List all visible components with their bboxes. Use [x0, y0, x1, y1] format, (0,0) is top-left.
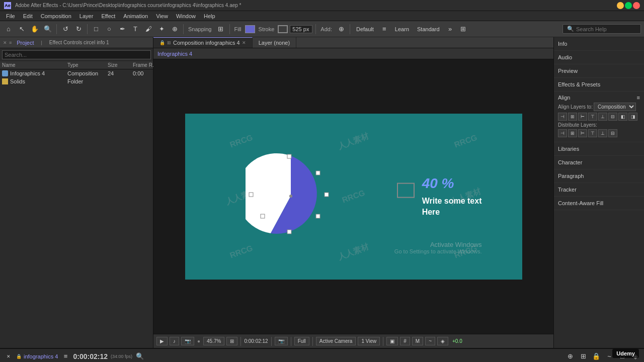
comp-tab-active[interactable]: 🔒 ⊞ Composition infographics 4 ✕: [153, 37, 253, 48]
align-center-v-btn[interactable]: ⊥: [598, 113, 607, 121]
close-button[interactable]: [633, 2, 640, 9]
info-section-content-aware[interactable]: Content-Aware Fill: [554, 197, 644, 210]
default-options-btn[interactable]: ≡: [379, 24, 390, 35]
puppet-tool[interactable]: ⊕: [169, 24, 180, 35]
stroke-value[interactable]: 525 px: [290, 25, 312, 33]
active-camera-select[interactable]: Active Camera: [316, 337, 356, 345]
menu-layer[interactable]: Layer: [75, 12, 98, 20]
info-section-paragraph[interactable]: Paragraph: [554, 169, 644, 183]
vc-snapshot-btn[interactable]: 📷: [181, 337, 194, 345]
dist-top-btn[interactable]: ⊤: [588, 129, 597, 137]
vc-color-btn[interactable]: ◈: [437, 337, 448, 345]
menu-file[interactable]: File: [2, 12, 19, 20]
vc-zoom-fit[interactable]: ⊞: [226, 337, 237, 345]
maximize-button[interactable]: [625, 2, 632, 9]
vc-audio-btn[interactable]: ♪: [170, 337, 179, 345]
standard-btn[interactable]: Standard: [414, 25, 443, 33]
align-right2-btn[interactable]: ◨: [628, 113, 637, 121]
ellipse-tool[interactable]: ○: [104, 24, 115, 35]
tl-lock-all-btn[interactable]: 🔒: [591, 351, 602, 362]
tl-close-btn[interactable]: ✕: [3, 351, 14, 362]
snapping-btn[interactable]: ⊞: [215, 24, 226, 35]
vc-render-btn[interactable]: ▣: [386, 337, 398, 345]
project-close-icon[interactable]: ✕: [3, 40, 7, 45]
info-section-info[interactable]: Info: [554, 37, 644, 51]
vc-grid-btn[interactable]: #: [400, 337, 410, 345]
effect-controls-tab[interactable]: Effect Controls circel info 1: [46, 39, 112, 46]
menu-view[interactable]: View: [152, 12, 172, 20]
menu-window[interactable]: Window: [172, 12, 200, 20]
zoom-select[interactable]: 45.7%: [203, 337, 224, 345]
dist-center-v-btn[interactable]: ⊥: [598, 129, 607, 137]
comp-tab-close-0[interactable]: ✕: [242, 40, 246, 45]
vc-camera-btn[interactable]: 📷: [275, 337, 288, 345]
toolbar-sep-1: [56, 24, 57, 34]
learn-btn[interactable]: Learn: [392, 25, 412, 33]
align-top-btn[interactable]: ⊤: [588, 113, 597, 121]
align-center-h-btn[interactable]: ⊞: [568, 113, 577, 121]
dist-bottom-btn[interactable]: ⊟: [608, 129, 617, 137]
search-help-input[interactable]: [576, 26, 636, 32]
redo-tool[interactable]: ↻: [73, 24, 84, 35]
project-row-infographics4[interactable]: Infographics 4 Composition 24 0:00: [0, 69, 153, 77]
stroke-color[interactable]: [278, 25, 288, 33]
percent-text: 40 %: [422, 175, 482, 192]
menu-edit[interactable]: Edit: [19, 12, 37, 20]
dist-right-btn[interactable]: ⊢: [578, 129, 587, 137]
info-section-audio[interactable]: Audio: [554, 51, 644, 64]
info-section-libraries-title: Libraries: [558, 144, 640, 153]
snapping-label: Snapping: [188, 26, 212, 32]
menu-effect[interactable]: Effect: [97, 12, 119, 20]
zoom-tool[interactable]: 🔍: [42, 24, 53, 35]
tl-search-btn[interactable]: 🔍: [134, 351, 145, 362]
fill-color[interactable]: [245, 25, 255, 33]
undo-tool[interactable]: ↺: [60, 24, 71, 35]
dist-center-h-btn[interactable]: ⊞: [568, 129, 577, 137]
home-tool[interactable]: ⌂: [3, 24, 14, 35]
default-btn[interactable]: Default: [353, 25, 377, 33]
menu-help[interactable]: Help: [200, 12, 219, 20]
align-right-btn[interactable]: ⊢: [578, 113, 587, 121]
view-count-select[interactable]: 1 View: [358, 337, 380, 345]
align-left-btn[interactable]: ⊣: [558, 113, 567, 121]
comp-tab-layer[interactable]: Layer (none): [253, 37, 296, 48]
project-search-input[interactable]: [2, 50, 151, 59]
info-section-effects[interactable]: Effects & Presets: [554, 78, 644, 92]
align-layers-label: Align Layers to:: [558, 104, 593, 110]
clone-tool[interactable]: ✦: [156, 24, 167, 35]
align-layers-select[interactable]: Composition: [594, 103, 636, 111]
hand-tool[interactable]: ✋: [29, 24, 40, 35]
info-section-preview[interactable]: Preview: [554, 64, 644, 78]
select-tool[interactable]: ↖: [16, 24, 27, 35]
menu-composition[interactable]: Composition: [37, 12, 75, 20]
align-left2-btn[interactable]: ◧: [618, 113, 627, 121]
project-row-solids[interactable]: Solids Folder: [0, 77, 153, 85]
info-section-libraries[interactable]: Libraries: [554, 142, 644, 156]
rect-tool[interactable]: □: [91, 24, 102, 35]
menu-animation[interactable]: Animation: [119, 12, 152, 20]
vc-mask-btn[interactable]: M: [412, 337, 423, 345]
brush-tool[interactable]: 🖌: [143, 24, 154, 35]
align-options-icon[interactable]: ≡: [637, 95, 640, 101]
vc-motion-btn[interactable]: ~: [425, 337, 435, 345]
add-btn[interactable]: ⊕: [336, 24, 347, 35]
minimize-button[interactable]: [617, 2, 624, 9]
expand-toolbar-btn[interactable]: »: [445, 24, 456, 35]
project-expand-icon[interactable]: ≡: [9, 40, 12, 45]
align-bottom-btn[interactable]: ⊟: [608, 113, 617, 121]
project-tab[interactable]: Project: [14, 39, 37, 47]
workspace-icon[interactable]: ⊞: [458, 24, 469, 35]
search-icon: 🔍: [567, 26, 574, 32]
dist-left-btn[interactable]: ⊣: [558, 129, 567, 137]
tl-motion-btn[interactable]: ⊕: [565, 351, 576, 362]
pen-tool[interactable]: ✒: [117, 24, 128, 35]
vc-preview-btn[interactable]: ▶: [156, 337, 168, 345]
info-section-tracker[interactable]: Tracker: [554, 183, 644, 197]
handle-top: [287, 154, 291, 158]
tl-options-btn[interactable]: ≡: [60, 351, 71, 362]
info-section-character[interactable]: Character: [554, 156, 644, 169]
tl-draft-btn[interactable]: ⊞: [578, 351, 589, 362]
text-tool[interactable]: T: [130, 24, 141, 35]
distribute-buttons-row: ⊣ ⊞ ⊢ ⊤ ⊥ ⊟: [558, 129, 640, 137]
resolution-select[interactable]: Full: [294, 337, 309, 345]
